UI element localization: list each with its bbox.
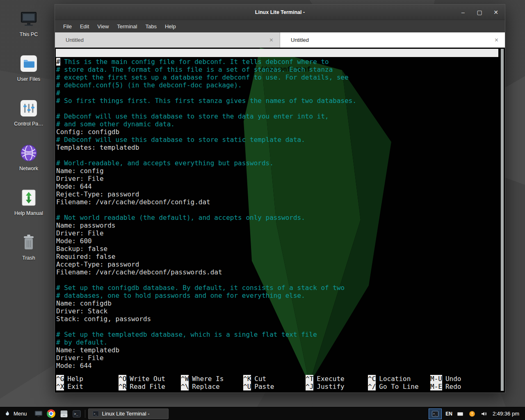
shortcut-row: ^GHelp^OWrite Out^WWhere Is^KCut^TExecut…	[56, 375, 493, 383]
keyboard-language-indicator[interactable]: EN	[445, 411, 452, 417]
taskbar-window-button[interactable]: >_ Linux Lite Terminal -	[88, 409, 169, 419]
volume-icon[interactable]	[480, 409, 488, 419]
editor-line: # This is the main config file for debco…	[56, 58, 498, 66]
editor-line: Driver: Stack	[56, 307, 498, 315]
desktop-icon-user-files[interactable]: User Files	[8, 54, 49, 82]
keyboard-layout-icon[interactable]	[456, 409, 464, 419]
terminal-icon: >_	[92, 410, 99, 417]
folder-icon	[19, 54, 39, 73]
updates-notifier-icon[interactable]	[468, 409, 476, 419]
editor-line: Backup: false	[56, 245, 498, 253]
shortcut-row: ^XExit^RRead File^\Replace^UPaste^JJusti…	[56, 383, 493, 390]
close-button[interactable]: ✕	[493, 9, 499, 16]
desktop-icon-trash[interactable]: Trash	[8, 233, 49, 261]
shortcut-key: ^U	[243, 383, 251, 390]
terminal-launcher-button[interactable]: >_	[71, 409, 82, 419]
shortcut-key: M-U	[430, 375, 442, 383]
desktop-icon-this-pc[interactable]: This PC	[8, 9, 49, 37]
shortcut-label: Where Is	[189, 375, 224, 383]
nano-titlebar: GNU nano 7.2 /etc/debconf.conf	[56, 49, 498, 57]
editor-line: # except the first sets up a database fo…	[56, 73, 498, 81]
desktop-icon-label: Trash	[22, 255, 35, 261]
shortcut-label: Location	[376, 375, 411, 383]
terminal-scrollbar[interactable]	[500, 49, 504, 391]
menu-button-label: Menu	[14, 411, 27, 417]
editor-line: # by default.	[56, 338, 498, 346]
control-panel-icon	[19, 98, 39, 118]
close-tab-icon[interactable]: ×	[269, 37, 273, 43]
shortcut-key: M-E	[430, 383, 442, 390]
taskbar: Menu >_ >_ Linux Lite Terminal - >_ EN 2…	[0, 407, 525, 420]
editor-line: # Not world readable (the default), and …	[56, 214, 498, 221]
menu-edit[interactable]: Edit	[76, 21, 93, 32]
start-menu-button[interactable]: Menu	[2, 409, 30, 418]
shortcut-redo: M-ERedo	[430, 383, 493, 390]
menu-help[interactable]: Help	[161, 21, 180, 32]
shortcut-replace: ^\Replace	[181, 383, 243, 390]
window-controls: –▢✕	[460, 5, 499, 20]
clock[interactable]: 2:49:36 pm	[492, 411, 523, 417]
editor-line: #	[56, 89, 498, 97]
svg-text:>_: >_	[94, 412, 97, 415]
shortcut-key: ^W	[181, 375, 189, 383]
linux-lite-flame-icon	[4, 410, 11, 418]
shortcut-undo: M-UUndo	[430, 375, 493, 383]
nano-shortcut-bar: ^GHelp^OWrite Out^WWhere Is^KCut^TExecut…	[56, 375, 493, 390]
tab-untitled-1[interactable]: Untitled×	[55, 32, 280, 48]
shortcut-cut: ^KCut	[243, 375, 306, 383]
menu-tabs[interactable]: Tabs	[141, 21, 160, 32]
shortcut-key: ^/	[368, 383, 376, 390]
editor-line: # and some other dynamic data.	[56, 120, 498, 128]
editor-text-area[interactable]: # This is the main config file for debco…	[56, 58, 498, 370]
editor-line: Driver: File	[56, 175, 498, 183]
shortcut-label: Go To Line	[376, 383, 418, 390]
shortcut-label: Undo	[442, 375, 461, 383]
shortcut-key: ^K	[243, 375, 251, 383]
network-icon	[19, 143, 39, 163]
trash-icon	[19, 233, 39, 252]
editor-line: # Set up the configdb database. By defau…	[56, 284, 498, 292]
editor-line: Filename: /var/cache/debconf/passwords.d…	[56, 268, 498, 276]
editor-line: Stack: config, passwords	[56, 315, 498, 323]
shortcut-help: ^GHelp	[56, 375, 119, 383]
shortcut-read-file: ^RRead File	[119, 383, 181, 390]
menu-view[interactable]: View	[93, 21, 113, 32]
shortcut-write-out: ^OWrite Out	[119, 375, 181, 383]
editor-line: Reject-Type: password	[56, 190, 498, 198]
editor-line: # Debconf will use this database to stor…	[56, 136, 498, 144]
window-titlebar[interactable]: Linux Lite Terminal - –▢✕	[55, 5, 505, 20]
editor-line: Driver: File	[56, 354, 498, 362]
file-manager-button[interactable]	[59, 409, 69, 419]
shortcut-justify: ^JJustify	[306, 383, 368, 390]
desktop-icon-label: Help Manual	[14, 210, 43, 216]
terminal-window: Linux Lite Terminal - –▢✕ FileEditViewTe…	[55, 4, 505, 393]
desktop-icon-help-manual[interactable]: Help Manual	[8, 188, 49, 216]
menu-file[interactable]: File	[59, 21, 76, 32]
help-manual-icon	[19, 188, 39, 208]
tab-untitled-2[interactable]: Untitled×	[280, 32, 505, 48]
desktop-icon-network[interactable]: Network	[8, 143, 49, 171]
taskbar-separator	[85, 410, 85, 418]
desktop-icon-column: This PCUser FilesControl Pa…NetworkHelp …	[8, 9, 49, 261]
shortcut-where-is: ^WWhere Is	[181, 375, 243, 383]
task-button-label: Linux Lite Terminal -	[102, 411, 150, 417]
editor-line: # store data. The format of this file is…	[56, 66, 498, 73]
menu-terminal[interactable]: Terminal	[113, 21, 141, 32]
editor-line: Name: configdb	[56, 299, 498, 307]
close-tab-icon[interactable]: ×	[495, 37, 498, 43]
maximize-button[interactable]: ▢	[476, 9, 483, 16]
show-desktop-button[interactable]	[33, 409, 44, 419]
editor-line: # debconf.conf(5) (in the debconf-doc pa…	[56, 81, 498, 89]
shortcut-label: Paste	[251, 383, 274, 390]
chrome-browser-button[interactable]	[46, 409, 57, 419]
terminal-viewport[interactable]: GNU nano 7.2 /etc/debconf.conf # This is…	[55, 48, 505, 393]
editor-line	[56, 105, 498, 112]
shortcut-execute: ^TExecute	[306, 375, 368, 383]
desktop-icon-control-pa[interactable]: Control Pa…	[8, 98, 49, 127]
minimize-button[interactable]: –	[460, 9, 466, 16]
scrollbar-thumb[interactable]	[501, 49, 504, 391]
desktop-icon-label: User Files	[17, 76, 40, 82]
tray-terminal-indicator[interactable]: >_	[429, 409, 442, 419]
display-icon	[34, 409, 43, 418]
shortcut-label: Exit	[64, 383, 83, 390]
